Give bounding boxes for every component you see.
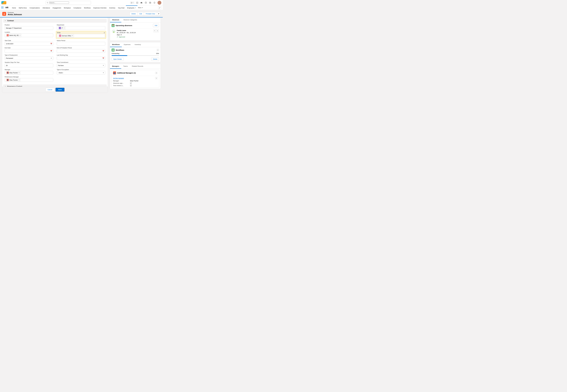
- calendar-icon[interactable]: 📅: [50, 43, 52, 44]
- entity-lookup[interactable]: ◍German Office✕: [57, 34, 105, 38]
- location-lookup[interactable]: ⌖Berlin HQ, DE✕: [5, 33, 53, 37]
- edit-button[interactable]: Edit: [138, 12, 144, 15]
- absence-item: 🍃 Family Leave Di., 13.02.24 – Do., 22.0…: [111, 28, 159, 39]
- favorites-button[interactable]: ▼: [130, 1, 134, 4]
- global-header: ▼: [0, 0, 163, 5]
- tab-managers[interactable]: Managers: [110, 64, 121, 69]
- absences-panel: Absences Absence Categories 📅Upcoming ab…: [110, 17, 161, 41]
- emp-type-label: Type of Employment: [5, 54, 53, 56]
- calendar-icon[interactable]: 📅: [102, 57, 104, 59]
- nav-tab-expenses-overview[interactable]: Expenses Overview: [92, 5, 108, 10]
- last-day-input[interactable]: 📅: [57, 56, 105, 60]
- position-label: Position: [5, 24, 53, 26]
- nav-tab-inventory[interactable]: Inventory: [108, 5, 117, 10]
- delete-workflow-button[interactable]: Delete: [151, 57, 159, 61]
- delete-absence-icon[interactable]: ✕: [156, 29, 159, 32]
- nav-tabs: Home Staff & Docs Compensations Attendan…: [11, 5, 138, 10]
- nav-tab-employees[interactable]: Employees▼: [126, 5, 138, 10]
- tab-teams[interactable]: Teams: [121, 64, 130, 69]
- tab-absence-categories[interactable]: Absence Categories: [121, 18, 139, 22]
- nav-tab-attendance[interactable]: Attendance: [41, 5, 51, 10]
- notice-period-input[interactable]: [57, 42, 105, 45]
- managers-menu[interactable]: ▼: [155, 72, 157, 74]
- app-logo: [1, 1, 6, 4]
- time-commit-select[interactable]: Full time▼: [57, 64, 105, 67]
- nav-tab-compensations[interactable]: Compensations: [28, 5, 41, 10]
- department-lookup[interactable]: ▭IT✕: [57, 26, 105, 30]
- clear-entity-icon[interactable]: ✕: [72, 35, 73, 37]
- calendar-panel-icon: 📅: [111, 24, 114, 27]
- clear-location-icon[interactable]: ✕: [19, 34, 21, 36]
- nav-tab-workplace[interactable]: Workplace: [62, 5, 72, 10]
- nav-tab-org-chart[interactable]: Org Chart: [117, 5, 126, 10]
- delete-button[interactable]: Delete: [129, 12, 138, 15]
- nav-tab-engagement[interactable]: Engagement: [51, 5, 62, 10]
- calendar-icon[interactable]: 📅: [50, 50, 52, 52]
- add-icon[interactable]: [136, 1, 138, 4]
- clear-department-icon[interactable]: ✕: [64, 27, 65, 29]
- notifications-icon[interactable]: [153, 1, 156, 4]
- app-launcher-icon[interactable]: [1, 6, 4, 9]
- position-input[interactable]: [5, 26, 53, 30]
- svg-line-1: [48, 3, 48, 3]
- record-name: Anna Johnson: [8, 13, 22, 16]
- end-date-label: End Date: [5, 47, 53, 49]
- nav-more[interactable]: More▼: [138, 7, 143, 9]
- tab-absences[interactable]: Absences: [110, 18, 121, 22]
- clear-perf-manager-icon[interactable]: ✕: [18, 79, 20, 81]
- settings-icon[interactable]: [149, 1, 152, 4]
- nav-tab-workflows[interactable]: Workflows: [83, 5, 92, 10]
- perf-manager-lookup[interactable]: 👤Elias Fischer✕: [5, 78, 53, 82]
- vacation-input[interactable]: [5, 64, 53, 67]
- open-details-button[interactable]: Open Details: [111, 57, 124, 61]
- manager-link[interactable]: 1st line manager: [113, 77, 124, 79]
- workflows-menu[interactable]: ▼: [157, 49, 159, 51]
- add-absence-button[interactable]: Add: [153, 24, 159, 27]
- chevron-down-icon: ▼: [51, 57, 52, 59]
- nav-tab-staff-docs[interactable]: Staff & Docs: [17, 5, 28, 10]
- tab-inventory[interactable]: Inventory: [133, 42, 143, 47]
- section-contract-label: Contract: [7, 20, 14, 22]
- tab-expenses[interactable]: Expenses: [122, 42, 133, 47]
- entity-icon: ◍: [59, 35, 61, 37]
- save-button[interactable]: Save: [55, 88, 64, 92]
- end-date-input[interactable]: 📅: [5, 49, 53, 53]
- help-icon[interactable]: [145, 1, 147, 4]
- cancel-button[interactable]: Cancel: [45, 88, 54, 92]
- nav-tab-home[interactable]: Home: [11, 5, 17, 10]
- workflow-percent: 33%: [156, 53, 159, 54]
- section-contract[interactable]: Contract: [3, 19, 107, 23]
- entity-label: Entity: [57, 32, 105, 33]
- app-nav: HR Home Staff & Docs Compensations Atten…: [0, 5, 163, 10]
- manager-lookup[interactable]: 👤Elias Fischer✕: [5, 71, 53, 74]
- undo-icon[interactable]: ↺: [104, 32, 105, 34]
- end-probation-label: End of Probation Period: [57, 47, 105, 49]
- chevron-down-icon: ▼: [103, 72, 104, 73]
- user-avatar[interactable]: [157, 1, 161, 5]
- tab-workflows[interactable]: Workflows: [110, 42, 122, 47]
- kv-time-label: Time entries a…: [113, 85, 130, 86]
- clear-manager-icon[interactable]: ✕: [18, 72, 20, 73]
- edit-nav-icon[interactable]: [158, 6, 161, 9]
- record-type-label: Employee: [8, 12, 22, 13]
- manager-item-menu[interactable]: ▼: [155, 77, 157, 79]
- calendar-icon[interactable]: 📅: [102, 50, 104, 52]
- occupation-select[interactable]: --None--▼: [57, 71, 105, 74]
- additional-managers-card: 👥 Additional Managers (1) ▼ 1st line man…: [111, 70, 159, 88]
- end-probation-input[interactable]: 📅: [57, 49, 105, 53]
- nav-tab-compliance[interactable]: Compliance: [72, 5, 83, 10]
- record-actions-more[interactable]: ▼: [157, 12, 160, 15]
- occupation-label: Type of Occupation: [57, 69, 105, 70]
- cloud-icon[interactable]: [140, 1, 143, 4]
- global-search[interactable]: [46, 1, 91, 4]
- department-label: Department: [57, 24, 105, 26]
- record-actions: Delete Edit Printable View ▼: [129, 12, 160, 15]
- edit-absence-icon[interactable]: ✎: [153, 29, 156, 32]
- workflow-name: Onboarding: [111, 53, 119, 54]
- emp-type-select[interactable]: Permanent▼: [5, 56, 53, 60]
- tab-related-records[interactable]: Related Records: [130, 64, 145, 69]
- printable-view-button[interactable]: Printable View: [144, 12, 157, 15]
- person-icon: 👤: [7, 79, 9, 81]
- global-search-input[interactable]: [49, 1, 69, 4]
- start-date-input[interactable]: 📅: [5, 42, 53, 45]
